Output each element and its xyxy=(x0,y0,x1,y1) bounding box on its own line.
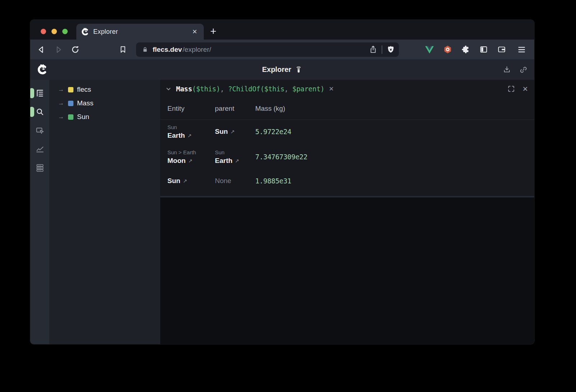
entity-cell: Sun ↗ xyxy=(167,177,215,186)
query-panel: Mass($this), ?ChildOf($this, $parent) ✕ … xyxy=(160,80,534,197)
mass-value: 5.9722e24 xyxy=(255,128,534,136)
entities-tree-icon[interactable] xyxy=(35,88,45,98)
parent-cell: Sun Earth ↗ xyxy=(215,149,255,165)
search-icon[interactable] xyxy=(35,107,45,117)
url-domain: flecs.dev xyxy=(153,46,182,54)
tree-item-mass[interactable]: → Mass xyxy=(49,96,160,110)
link-icon[interactable] xyxy=(519,65,528,74)
page-title: Explorer xyxy=(262,65,291,74)
close-window-button[interactable] xyxy=(41,29,46,34)
share-icon[interactable] xyxy=(369,45,378,54)
tab-title: Explorer xyxy=(93,28,188,36)
parent-none: None xyxy=(215,177,231,184)
results-table-body: Sun Earth ↗ Sun ↗ 5.9722e xyxy=(160,119,534,196)
tab-close-icon[interactable]: ✕ xyxy=(192,27,198,36)
tree-item-flecs[interactable]: → flecs xyxy=(49,83,160,96)
column-header-entity: Entity xyxy=(167,105,215,113)
fullscreen-icon[interactable] xyxy=(507,85,515,93)
tab-explorer[interactable]: Explorer ✕ xyxy=(76,24,204,40)
expand-arrow-icon[interactable]: → xyxy=(58,86,64,93)
url-bar[interactable]: flecs.dev /explorer/ xyxy=(136,42,399,57)
journal-log-icon[interactable] xyxy=(35,163,45,173)
header-actions xyxy=(503,65,528,74)
flecs-logo-icon[interactable] xyxy=(37,64,48,75)
download-icon[interactable] xyxy=(503,65,511,74)
entity-cell: Sun Earth ↗ xyxy=(167,123,215,140)
traffic-lights xyxy=(30,24,76,40)
column-header-mass: Mass (kg) xyxy=(255,105,534,113)
url-path: /explorer/ xyxy=(183,46,211,54)
stats-chart-icon[interactable] xyxy=(35,145,45,154)
extensions-puzzle-icon[interactable] xyxy=(461,45,470,54)
mass-value: 1.9885e31 xyxy=(255,177,534,185)
query-separator: , xyxy=(284,85,292,93)
reload-button[interactable] xyxy=(69,44,81,56)
table-row: Sun > Earth Moon ↗ Sun Earth ↗ xyxy=(160,143,534,170)
parent-cell: None xyxy=(215,177,255,185)
table-row: Sun Earth ↗ Sun ↗ 5.9722e xyxy=(160,120,534,143)
hexagon-extension-icon[interactable] xyxy=(443,45,452,54)
entity-color-swatch xyxy=(68,101,73,106)
query-close-icon[interactable]: ✕ xyxy=(522,85,528,93)
tree-item-label[interactable]: Sun xyxy=(77,113,89,121)
remote-connection-icon xyxy=(295,66,302,73)
entity-link[interactable]: Moon xyxy=(167,156,186,165)
extension-toolbar xyxy=(425,45,506,54)
query-term: $parent) xyxy=(292,85,324,93)
query-header: Mass($this), ?ChildOf($this, $parent) ✕ … xyxy=(160,80,534,98)
query-separator: , xyxy=(220,85,228,93)
query-term: ($this) xyxy=(192,85,220,93)
tab-bar: Explorer ✕ + xyxy=(30,20,534,40)
results-table-header: Entity parent Mass (kg) xyxy=(160,98,534,119)
tree-item-label[interactable]: flecs xyxy=(77,86,91,94)
explorer-header: Explorer xyxy=(30,59,534,80)
open-entity-icon[interactable]: ↗ xyxy=(230,128,235,135)
entity-cell: Sun > Earth Moon ↗ xyxy=(167,149,215,165)
url-divider xyxy=(382,45,382,54)
bookmark-icon[interactable] xyxy=(117,44,129,56)
tree-item-label[interactable]: Mass xyxy=(77,99,93,107)
entity-color-swatch xyxy=(68,87,73,92)
query-term: Mass xyxy=(176,85,192,93)
query-remove-icon[interactable]: ✕ xyxy=(329,85,334,93)
open-entity-icon[interactable]: ↗ xyxy=(183,178,187,184)
open-entity-icon[interactable]: ↗ xyxy=(235,158,239,164)
parent-link[interactable]: Sun xyxy=(215,127,228,136)
menu-hamburger-icon[interactable] xyxy=(516,44,528,56)
query-expression[interactable]: Mass($this), ?ChildOf($this, $parent) xyxy=(176,85,324,93)
back-button[interactable] xyxy=(35,44,48,56)
tree-item-sun[interactable]: → Sun xyxy=(49,110,160,124)
sidebar-icon-strip xyxy=(30,80,49,344)
entity-link[interactable]: Earth xyxy=(167,131,185,140)
parent-cell: Sun ↗ xyxy=(215,127,255,136)
brave-shields-icon[interactable] xyxy=(386,45,395,54)
content-area: → flecs → Mass → Sun xyxy=(30,80,534,344)
new-tab-button[interactable]: + xyxy=(210,26,216,37)
table-row: Sun ↗ None 1.9885e31 xyxy=(160,170,534,192)
entity-link[interactable]: Sun xyxy=(167,177,180,186)
forward-button[interactable] xyxy=(52,44,64,56)
zoom-window-button[interactable] xyxy=(62,29,68,34)
entity-color-swatch xyxy=(68,114,73,120)
open-entity-icon[interactable]: ↗ xyxy=(188,158,193,164)
browser-window: Explorer ✕ + xyxy=(30,20,534,344)
active-indicator-pill xyxy=(30,107,34,117)
expand-arrow-icon[interactable]: → xyxy=(58,100,64,107)
wallet-icon[interactable] xyxy=(497,45,506,54)
minimize-window-button[interactable] xyxy=(51,29,57,34)
lock-icon xyxy=(141,46,149,53)
open-entity-icon[interactable]: ↗ xyxy=(188,132,192,139)
sidebar-toggle-icon[interactable] xyxy=(479,45,488,54)
active-indicator-pill xyxy=(30,88,34,98)
entity-path: Sun > Earth xyxy=(167,149,215,156)
mass-value: 7.34767309e22 xyxy=(255,153,534,161)
chevron-down-icon[interactable] xyxy=(165,85,172,93)
entity-path: Sun xyxy=(167,123,215,131)
inspect-cursor-icon[interactable] xyxy=(35,126,45,135)
vue-devtools-extension-icon[interactable] xyxy=(425,45,434,54)
parent-path: Sun xyxy=(215,149,255,156)
navigation-bar: flecs.dev /explorer/ xyxy=(30,40,534,59)
main-panel: Mass($this), ?ChildOf($this, $parent) ✕ … xyxy=(160,80,534,344)
parent-link[interactable]: Earth xyxy=(215,156,233,165)
expand-arrow-icon[interactable]: → xyxy=(58,113,64,120)
